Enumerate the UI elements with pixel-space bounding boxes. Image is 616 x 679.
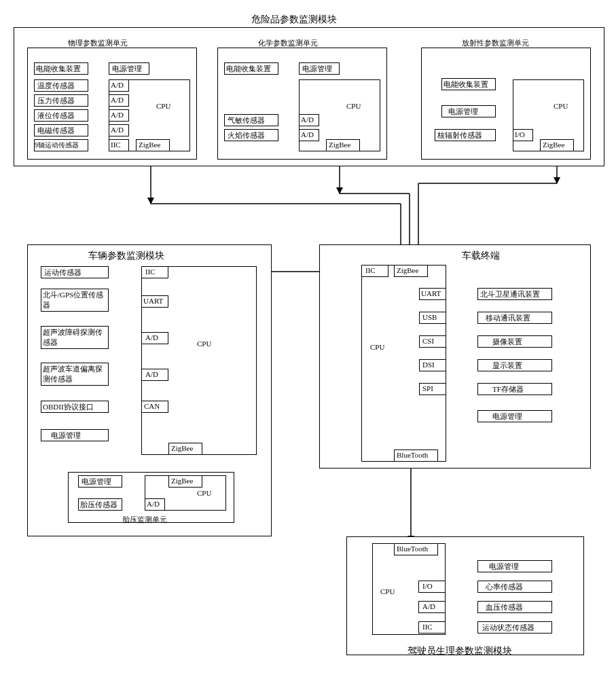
phy-9ax-lbl: 9轴运动传感器 [35, 141, 79, 150]
veh-can-lbl: CAN [144, 402, 160, 410]
term-cam-lbl: 摄像装置 [492, 337, 522, 347]
rad-nuc-lbl: 核辐射传感器 [437, 130, 482, 141]
drv-bt-lbl: BlueTooth [397, 545, 428, 553]
phy-press-lbl: 压力传感器 [37, 96, 75, 106]
veh-zigbee-lbl: ZigBee [171, 444, 193, 452]
phy-ad1-lbl: A/D [111, 81, 124, 89]
driver-title: 驾驶员生理参数监测模块 [407, 645, 512, 657]
veh-iic-lbl: IIC [145, 268, 156, 276]
phy-level-lbl: 液位传感器 [37, 111, 75, 121]
term-mobile-lbl: 移动通讯装置 [486, 313, 530, 323]
phy-zigbee-lbl: ZigBee [139, 141, 160, 149]
physical-title: 物理参数监测单元 [68, 38, 128, 48]
phy-ad2-lbl: A/D [111, 96, 124, 104]
vehicle-title: 车辆参数监测模块 [88, 250, 164, 262]
terminal-title: 车载终端 [462, 250, 500, 262]
phy-energy-lbl: 电能收集装置 [36, 64, 81, 74]
drv-motion-lbl: 运动状态传感器 [482, 623, 535, 633]
tire-cpu-lbl: CPU [197, 489, 211, 497]
veh-obd-lbl: OBDII协议接口 [43, 402, 94, 412]
tire-power-lbl: 电源管理 [81, 477, 111, 487]
term-usb-lbl: USB [422, 313, 437, 321]
veh-ad1-lbl: A/D [145, 333, 158, 342]
term-uart-lbl: UART [421, 289, 441, 297]
chem-energy-lbl: 电能收集装置 [226, 64, 271, 74]
rad-power-lbl: 电源管理 [448, 107, 478, 117]
phy-cpu-lbl: CPU [156, 102, 170, 110]
chem-gas-lbl: 气敏传感器 [228, 115, 265, 126]
term-bt-lbl: BlueTooth [397, 451, 428, 459]
drv-ad-lbl: A/D [422, 602, 435, 610]
rad-zigbee-lbl: ZigBee [543, 141, 564, 149]
veh-motion-lbl: 运动传感器 [44, 268, 81, 278]
tire-zigbee-lbl: ZigBee [171, 477, 193, 485]
veh-ultra-lane-lbl: 超声波车道偏离探测传感器 [43, 364, 107, 384]
term-tf-lbl: TF存储器 [492, 384, 524, 394]
phy-power-lbl: 电源管理 [112, 64, 142, 74]
chem-cpu-lbl: CPU [346, 102, 361, 110]
term-cpu-lbl: CPU [370, 343, 384, 351]
veh-cpu-lbl: CPU [197, 340, 211, 348]
chem-flame-lbl: 火焰传感器 [228, 130, 265, 141]
veh-ultra-obs-lbl: 超声波障碍探测传感器 [43, 327, 107, 348]
veh-cpu [141, 266, 257, 455]
term-beidou-lbl: 北斗卫星通讯装置 [480, 289, 540, 299]
phy-iic-lbl: IIC [111, 141, 121, 149]
chemical-title: 化学参数监测单元 [258, 38, 318, 48]
term-dsi-lbl: DSI [422, 361, 435, 369]
term-zigbee-lbl: ZigBee [397, 266, 418, 274]
chem-power-lbl: 电源管理 [302, 64, 332, 74]
radiation-title: 放射性参数监测单元 [462, 38, 529, 48]
veh-gps-lbl: 北斗/GPS位置传感器 [43, 290, 107, 310]
chem-ad1-lbl: A/D [301, 115, 314, 124]
drv-power-lbl: 电源管理 [489, 562, 519, 572]
hazmat-title: 危险品参数监测模块 [251, 14, 337, 26]
term-spi-lbl: SPI [422, 384, 433, 392]
drv-cpu-lbl: CPU [380, 587, 395, 595]
veh-uart-lbl: UART [143, 297, 163, 305]
phy-temp-lbl: 温度传感器 [37, 81, 75, 91]
rad-io-lbl: I/O [515, 130, 525, 139]
terminal-module [319, 244, 591, 469]
veh-power-lbl: 电源管理 [51, 430, 81, 441]
term-iic-lbl: IIC [365, 266, 376, 274]
chem-ad2-lbl: A/D [301, 130, 314, 139]
chem-zigbee-lbl: ZigBee [329, 141, 350, 149]
phy-em-lbl: 电磁传感器 [37, 126, 75, 136]
term-csi-lbl: CSI [422, 337, 434, 345]
tire-tp-lbl: 胎压传感器 [80, 500, 117, 510]
term-disp-lbl: 显示装置 [492, 361, 522, 371]
phy-ad4-lbl: A/D [111, 126, 124, 134]
tire-title: 胎压监测单元 [122, 515, 167, 525]
drv-iic-lbl: IIC [422, 623, 433, 631]
drv-io-lbl: I/O [422, 582, 433, 590]
drv-heart-lbl: 心率传感器 [486, 582, 523, 592]
term-power-lbl: 电源管理 [492, 411, 522, 422]
rad-energy-lbl: 电能收集装置 [443, 79, 488, 90]
rad-cpu-lbl: CPU [554, 102, 568, 110]
phy-ad3-lbl: A/D [111, 111, 124, 119]
veh-ad2-lbl: A/D [145, 370, 158, 378]
drv-bp-lbl: 血压传感器 [486, 602, 523, 612]
tire-ad-lbl: A/D [147, 500, 160, 508]
